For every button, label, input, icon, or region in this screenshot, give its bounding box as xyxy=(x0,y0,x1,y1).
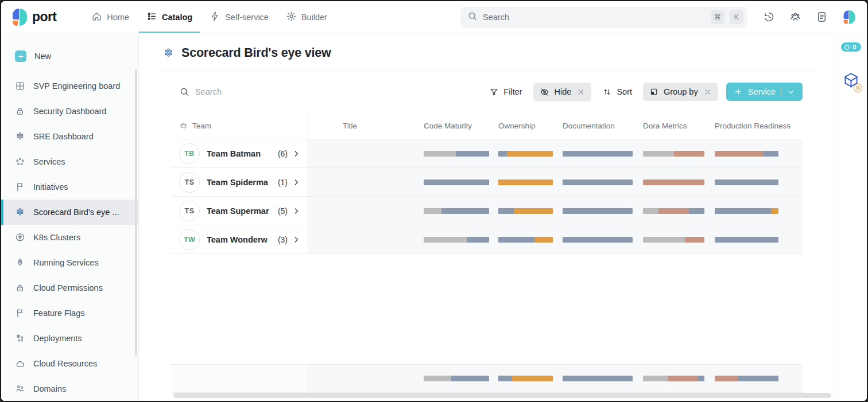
table-body: TBTeam Batman(6)TSTeam Spiderma(1)TSTeam… xyxy=(171,139,803,254)
bar-segment xyxy=(424,237,467,243)
flag-icon xyxy=(15,182,25,192)
sidebar-new-button[interactable]: New xyxy=(1,44,138,69)
top-nav: HomeCatalogSelf-serviceBuilder xyxy=(83,1,336,33)
column-header-production-readiness[interactable]: Production Readiness xyxy=(706,122,803,130)
sidebar-item-running-services[interactable]: Running Services xyxy=(1,250,138,275)
sidebar-item-label: Services xyxy=(33,157,65,166)
nav-item-builder[interactable]: Builder xyxy=(277,1,336,33)
sidebar-item-sre-dashboard[interactable]: SRE Dashboard xyxy=(1,124,138,149)
table-row-team-supermar[interactable]: TSTeam Supermar(5) xyxy=(171,197,803,225)
chevron-down-icon[interactable] xyxy=(786,88,795,96)
notifications-badge[interactable]: 0 xyxy=(841,42,861,52)
column-header-label: Documentation xyxy=(563,122,615,130)
nav-item-label: Self-service xyxy=(225,13,269,22)
docs-icon[interactable] xyxy=(816,11,828,23)
filter-button[interactable]: Filter xyxy=(484,83,527,101)
add-service-button[interactable]: Service xyxy=(726,83,803,101)
hide-close-icon[interactable] xyxy=(576,88,585,96)
table-search[interactable] xyxy=(179,87,299,97)
sidebar-item-feature-flags[interactable]: Feature Flags xyxy=(1,300,138,326)
team-name: Team Supermar xyxy=(207,206,269,216)
bar-segment xyxy=(507,151,553,157)
bar-segment xyxy=(715,151,764,157)
sidebar-item-label: Initiatives xyxy=(33,182,68,192)
table-row-team-batman[interactable]: TBTeam Batman(6) xyxy=(171,139,803,168)
horizontal-scrollbar[interactable] xyxy=(173,393,831,398)
sidebar-item-cloud-permissions[interactable]: Cloud Permissions xyxy=(1,275,138,300)
table-search-input[interactable] xyxy=(195,87,299,96)
plus-icon xyxy=(734,87,743,96)
port-mark-icon[interactable] xyxy=(844,10,855,24)
score-bar xyxy=(424,179,489,185)
score-cell-documentation xyxy=(553,365,634,392)
score-cell-ownership xyxy=(489,225,553,253)
column-header-dora-metrics[interactable]: Dora Metrics xyxy=(634,122,706,130)
column-header-team[interactable]: Team xyxy=(171,112,308,139)
bar-segment xyxy=(563,179,633,185)
entity-sync-button[interactable] xyxy=(843,72,859,90)
expand-chevron-right-icon[interactable] xyxy=(292,206,301,216)
nav-item-catalog[interactable]: Catalog xyxy=(138,1,201,33)
sidebar: New SVP Engineering boardSecurity Dashbo… xyxy=(1,33,139,401)
bar-segment xyxy=(498,237,535,243)
port-logo[interactable]: port xyxy=(13,9,56,26)
column-header-ownership[interactable]: Ownership xyxy=(489,122,553,130)
plus-icon xyxy=(15,50,26,62)
expand-chevron-right-icon[interactable] xyxy=(292,149,301,158)
sidebar-scrollbar[interactable] xyxy=(135,69,137,356)
bar-segment xyxy=(424,376,451,381)
bar-segment xyxy=(424,208,441,214)
expand-chevron-right-icon[interactable] xyxy=(292,235,301,244)
sidebar-item-k8s-clusters[interactable]: K8s Clusters xyxy=(1,225,138,250)
sidebar-item-services[interactable]: Services xyxy=(1,149,138,174)
bar-segment xyxy=(643,208,658,214)
hide-chip[interactable]: Hide xyxy=(533,83,592,102)
expand-chevron-right-icon[interactable] xyxy=(292,178,301,187)
score-cell-dora-metrics xyxy=(634,365,706,392)
table-row-team-spiderma[interactable]: TSTeam Spiderma(1) xyxy=(171,168,803,197)
sidebar-item-security-dashboard[interactable]: Security Dashboard xyxy=(1,99,138,124)
filter-label: Filter xyxy=(503,87,522,96)
sidebar-item-deployments[interactable]: Deployments xyxy=(1,326,138,351)
bar-segment xyxy=(643,151,674,157)
bar-segment xyxy=(643,237,685,243)
column-header-documentation[interactable]: Documentation xyxy=(553,122,634,130)
sort-label: Sort xyxy=(617,87,632,96)
global-search[interactable]: ⌘ K xyxy=(460,7,747,28)
team-count: (3) xyxy=(278,235,288,244)
bar-segment xyxy=(535,237,553,243)
team-cell: TWTeam Wonderw(3) xyxy=(171,225,308,253)
global-search-input[interactable] xyxy=(483,13,706,22)
sidebar-item-initiatives[interactable]: Initiatives xyxy=(1,174,138,200)
history-icon[interactable] xyxy=(763,11,775,23)
cloud-icon xyxy=(15,358,25,369)
score-bar xyxy=(498,237,553,243)
sidebar-item-svp-engineering-board[interactable]: SVP Engineering board xyxy=(1,73,138,99)
avatar: TW xyxy=(179,229,200,250)
nav-item-home[interactable]: Home xyxy=(83,1,138,33)
add-service-label: Service xyxy=(748,87,776,96)
sidebar-item-cloud-resources[interactable]: Cloud Resources xyxy=(1,351,138,376)
score-bar xyxy=(715,208,778,214)
sidebar-item-scorecard-bird-s-eye[interactable]: Scorecard Bird's eye ... xyxy=(1,200,138,225)
sort-button[interactable]: Sort xyxy=(597,83,637,101)
column-header-title[interactable]: Title xyxy=(308,122,414,130)
bar-segment xyxy=(456,151,489,157)
filter-icon xyxy=(489,87,499,97)
home-icon xyxy=(91,11,102,24)
search-icon xyxy=(179,87,189,97)
group-by-label: Group by xyxy=(664,87,698,96)
bar-segment xyxy=(512,376,553,381)
column-header-code-maturity[interactable]: Code Maturity xyxy=(414,122,489,130)
group-by-chip[interactable]: Group by xyxy=(643,83,718,101)
group-by-close-icon[interactable] xyxy=(703,88,712,96)
sidebar-item-domains[interactable]: Domains xyxy=(1,376,138,401)
score-bar xyxy=(563,237,633,243)
teams-icon[interactable] xyxy=(789,11,801,23)
table-row-team-wonderw[interactable]: TWTeam Wonderw(3) xyxy=(171,225,803,254)
bar-segment xyxy=(715,208,771,214)
score-bar xyxy=(643,237,704,243)
score-cell-production-readiness xyxy=(706,365,803,392)
nav-item-self-service[interactable]: Self-service xyxy=(201,1,277,33)
port-logo-text: port xyxy=(32,9,56,25)
